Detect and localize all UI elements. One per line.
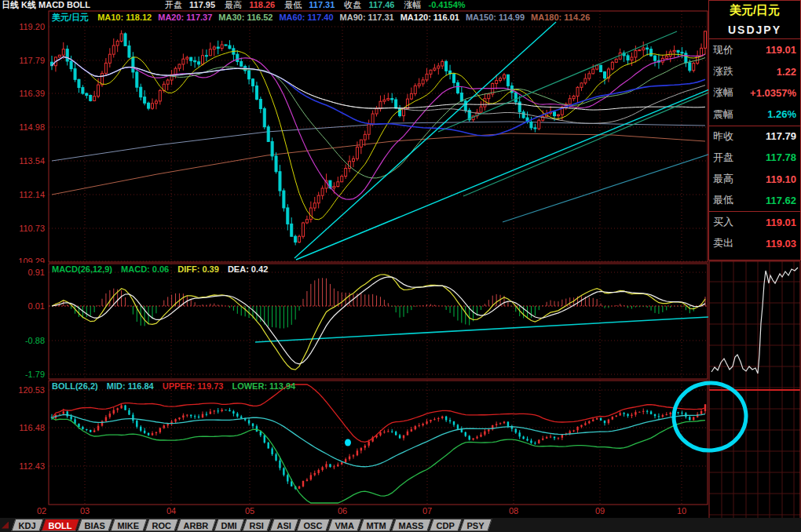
tab-label: BOLL bbox=[49, 521, 72, 531]
tab-label: KDJ bbox=[19, 521, 36, 531]
quote-row-value: 119.01 bbox=[766, 44, 796, 56]
ma-label: MA150: 114.99 bbox=[466, 13, 525, 22]
ohlc-summary: 开盘 117.95最高 118.26最低 117.31收盘 117.46涨幅 -… bbox=[165, 0, 475, 10]
tab-osc[interactable]: OSC bbox=[296, 519, 330, 531]
x-axis-months: 020304050607080910 bbox=[0, 505, 708, 518]
ohlc-field-value: -0.4154% bbox=[429, 0, 466, 9]
month-label: 07 bbox=[422, 506, 432, 516]
top-status-bar: 日线 K线 MACD BOLL 开盘 117.95最高 118.26最低 117… bbox=[0, 0, 801, 10]
month-label: 08 bbox=[509, 506, 518, 516]
quote-row: 涨跌1.22 bbox=[709, 60, 800, 82]
instrument-name: 美元/日元 bbox=[709, 1, 800, 21]
symbol-label: 美元/日元 bbox=[52, 13, 89, 22]
quote-row: 震幅1.26% bbox=[709, 104, 800, 125]
tab-vma[interactable]: VMA bbox=[327, 519, 362, 531]
quote-row-label: 卖出 bbox=[713, 236, 733, 250]
tab-label: ASI bbox=[276, 521, 291, 531]
tab-label: RSI bbox=[250, 521, 264, 531]
month-label: 06 bbox=[338, 506, 347, 516]
ma-label: MA30: 116.52 bbox=[218, 13, 272, 22]
ohlc-field-label: 开盘 bbox=[165, 0, 185, 9]
quote-row-value: 117.79 bbox=[766, 130, 796, 142]
quote-row: 最低117.62 bbox=[709, 190, 800, 211]
quote-row-value: 119.10 bbox=[766, 173, 796, 185]
tab-arbr[interactable]: ARBR bbox=[177, 519, 217, 531]
tab-label: PSY bbox=[467, 521, 485, 531]
main-price-chart[interactable]: 119.20117.79116.39114.98113.54112.14110.… bbox=[0, 10, 708, 263]
month-label: 02 bbox=[37, 506, 46, 516]
quote-row-value: 117.78 bbox=[766, 151, 796, 163]
month-label: 09 bbox=[595, 506, 605, 516]
month-label: 05 bbox=[245, 506, 254, 516]
tab-psy[interactable]: PSY bbox=[460, 519, 492, 531]
tab-roc[interactable]: ROC bbox=[144, 519, 179, 531]
chart-mode-title: 日线 K线 MACD BOLL bbox=[2, 0, 90, 10]
tab-rsi[interactable]: RSI bbox=[243, 519, 272, 531]
quote-row-value: 119.03 bbox=[766, 238, 796, 250]
ma-label: MA10: 118.12 bbox=[97, 13, 152, 22]
quote-row-label: 涨幅 bbox=[713, 86, 733, 100]
tab-asi[interactable]: ASI bbox=[269, 519, 299, 531]
boll-panel-chart[interactable]: 120.53116.48112.43 bbox=[0, 380, 708, 505]
tab-label: ARBR bbox=[184, 521, 209, 531]
tab-kdj[interactable]: KDJ bbox=[11, 519, 43, 531]
quote-row-label: 昨收 bbox=[713, 129, 733, 144]
svg-text:112.43: 112.43 bbox=[19, 461, 45, 471]
quote-row-label: 最低 bbox=[713, 193, 733, 207]
svg-text:117.79: 117.79 bbox=[19, 56, 45, 65]
svg-text:0.01: 0.01 bbox=[28, 301, 45, 311]
svg-text:-0.88: -0.88 bbox=[25, 336, 45, 345]
quote-row: 最高119.10 bbox=[709, 168, 800, 189]
tab-dmi[interactable]: DMI bbox=[214, 519, 244, 531]
tab-mike[interactable]: MIKE bbox=[111, 519, 148, 531]
dea-value: DEA: 0.42 bbox=[228, 264, 268, 274]
quote-row: 买入119.01 bbox=[709, 211, 800, 232]
tab-label: MIKE bbox=[118, 521, 140, 531]
month-label: 10 bbox=[677, 506, 686, 516]
ohlc-field: 最低 117.31 bbox=[284, 0, 339, 9]
tab-boll[interactable]: BOLL bbox=[41, 519, 79, 531]
svg-text:112.14: 112.14 bbox=[19, 190, 45, 199]
intraday-tick-chart[interactable] bbox=[708, 261, 801, 519]
ma-values-row: 美元/日元 MA10: 118.12MA20: 117.37MA30: 116.… bbox=[52, 12, 596, 24]
svg-text:116.39: 116.39 bbox=[19, 89, 45, 98]
ohlc-field-value: 117.95 bbox=[189, 0, 215, 9]
tab-bias[interactable]: BIAS bbox=[77, 519, 112, 531]
instrument-code: USDJPY bbox=[709, 21, 800, 39]
svg-text:109.29: 109.29 bbox=[18, 257, 45, 263]
ohlc-field-label: 收盘 bbox=[344, 0, 364, 9]
month-label: 03 bbox=[80, 506, 90, 516]
ma-label: MA20: 117.37 bbox=[158, 13, 212, 22]
quote-row-value: 1.22 bbox=[777, 66, 796, 78]
tab-label: MASS bbox=[399, 521, 424, 531]
quote-row-label: 开盘 bbox=[713, 151, 733, 165]
svg-text:120.53: 120.53 bbox=[18, 385, 45, 395]
tab-cdp[interactable]: CDP bbox=[429, 519, 462, 531]
quote-row-value: 1.26% bbox=[767, 108, 796, 120]
quote-row-label: 现价 bbox=[713, 43, 733, 57]
macd-values-row: MACD(26,12,9) MACD: 0.06 DIFF: 0.39 DEA:… bbox=[52, 264, 274, 274]
ma-label: MA180: 114.26 bbox=[531, 13, 590, 22]
tab-mtm[interactable]: MTM bbox=[360, 519, 394, 531]
quote-row: 涨幅+1.0357% bbox=[709, 82, 800, 104]
quote-row-label: 震幅 bbox=[713, 107, 733, 122]
tab-mass[interactable]: MASS bbox=[392, 519, 432, 531]
ohlc-field-value: 117.46 bbox=[368, 0, 394, 9]
svg-text:116.48: 116.48 bbox=[19, 423, 45, 432]
ohlc-field-value: 118.26 bbox=[249, 0, 275, 9]
tab-label: OSC bbox=[303, 521, 322, 531]
ma-label: MA90: 117.31 bbox=[340, 13, 394, 22]
tab-corner-icon bbox=[2, 522, 9, 529]
svg-text:113.54: 113.54 bbox=[19, 156, 45, 166]
ohlc-field: 最高 118.26 bbox=[225, 0, 280, 9]
ma-label: MA60: 117.40 bbox=[279, 13, 333, 22]
macd-panel-chart[interactable]: 0.910.01-0.88-1.79 bbox=[0, 263, 708, 380]
trading-terminal: 日线 K线 MACD BOLL 开盘 117.95最高 118.26最低 117… bbox=[0, 0, 801, 532]
svg-text:110.73: 110.73 bbox=[19, 224, 45, 233]
ohlc-field-label: 最低 bbox=[284, 0, 304, 9]
tab-label: CDP bbox=[436, 521, 454, 531]
quote-row-value: 117.62 bbox=[766, 195, 796, 206]
tab-label: ROC bbox=[152, 521, 170, 531]
svg-text:-1.79: -1.79 bbox=[25, 370, 45, 379]
tab-label: DMI bbox=[221, 521, 236, 531]
